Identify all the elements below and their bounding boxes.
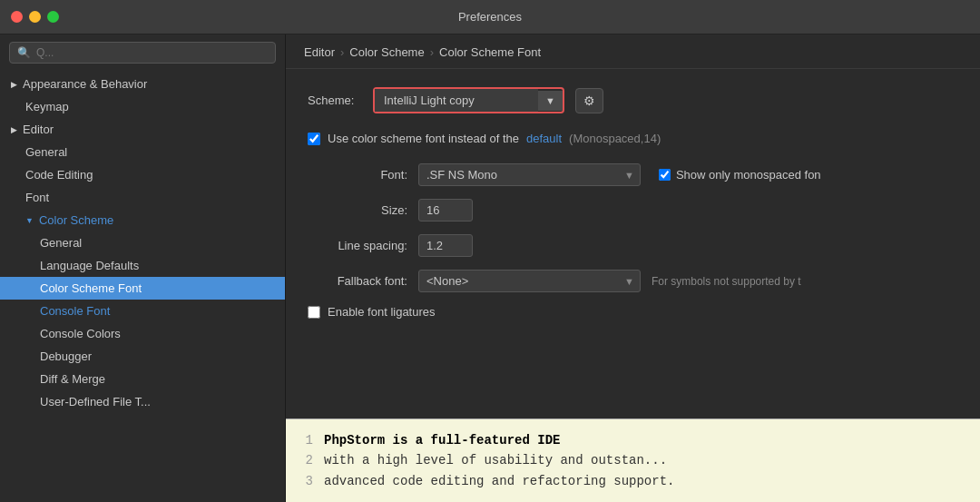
- window-title: Preferences: [458, 10, 522, 24]
- preview-line-1: 1 PhpStorm is a full-featured IDE: [300, 430, 965, 450]
- preview-code-2: with a high level of usability and outst…: [324, 450, 667, 470]
- scheme-row: Scheme: IntelliJ Light copy Default Darc…: [308, 87, 958, 113]
- sidebar-item-color-scheme[interactable]: ▼ Color Scheme: [0, 209, 285, 231]
- font-row: Font: .SF NS Mono Menlo Monaco ▼ Show on…: [308, 163, 958, 186]
- fallback-font-hint: For symbols not supported by t: [652, 275, 801, 288]
- scheme-dropdown-wrapper[interactable]: IntelliJ Light copy Default Darcula ▼: [373, 87, 564, 113]
- main-layout: 🔍 ▶ Appearance & Behavior Keymap ▶ Edito…: [0, 34, 980, 502]
- search-icon: 🔍: [17, 46, 31, 59]
- sidebar-item-label: Console Font: [40, 304, 110, 318]
- sidebar-item-keymap[interactable]: Keymap: [0, 95, 285, 118]
- sidebar-item-label: Code Editing: [25, 168, 93, 182]
- triangle-icon: ▶: [11, 125, 17, 134]
- close-button[interactable]: [11, 11, 23, 23]
- enable-ligatures-label: Enable font ligatures: [328, 305, 436, 319]
- sidebar-item-font[interactable]: Font: [0, 186, 285, 209]
- sidebar-item-language-defaults[interactable]: Language Defaults: [0, 254, 285, 277]
- font-label: Font:: [308, 168, 407, 182]
- line-number-2: 2: [300, 450, 313, 470]
- sidebar-item-appearance-behavior[interactable]: ▶ Appearance & Behavior: [0, 73, 285, 95]
- triangle-icon: ▶: [11, 80, 17, 89]
- sidebar-item-label: Diff & Merge: [40, 372, 105, 386]
- sidebar-item-label: Language Defaults: [40, 259, 139, 272]
- fallback-font-dropdown-wrapper[interactable]: <None> ▼: [418, 270, 641, 292]
- line-number-3: 3: [300, 471, 313, 491]
- scheme-label: Scheme:: [308, 94, 362, 107]
- line-spacing-label: Line spacing:: [308, 239, 407, 252]
- sidebar-item-cs-general[interactable]: General: [0, 231, 285, 254]
- breadcrumb-part-1: Editor: [304, 45, 335, 59]
- preview-code-3: advanced code editing and refactoring su…: [324, 471, 674, 491]
- content-area: Editor › Color Scheme › Color Scheme Fon…: [286, 34, 980, 502]
- sidebar-item-code-editing[interactable]: Code Editing: [0, 163, 285, 186]
- settings-panel: Scheme: IntelliJ Light copy Default Darc…: [286, 69, 980, 418]
- sidebar-item-label: Console Colors: [40, 327, 121, 340]
- sidebar-item-label: Color Scheme Font: [40, 281, 142, 295]
- use-color-scheme-font-checkbox[interactable]: [308, 133, 320, 145]
- fallback-font-row: Fallback font: <None> ▼ For symbols not …: [308, 270, 958, 292]
- font-dropdown-arrow-icon: ▼: [619, 166, 640, 184]
- sidebar-item-label: Font: [25, 191, 49, 204]
- sidebar-item-editor[interactable]: ▶ Editor: [0, 118, 285, 141]
- enable-ligatures-checkbox[interactable]: [308, 306, 320, 319]
- sidebar-item-label: General: [40, 236, 82, 250]
- minimize-button[interactable]: [29, 11, 41, 23]
- breadcrumb-sep-1: ›: [340, 45, 344, 59]
- show-monospaced-row: Show only monospaced fon: [659, 168, 821, 182]
- sidebar-item-label: Keymap: [25, 100, 69, 113]
- sidebar-item-console-font[interactable]: Console Font: [0, 300, 285, 322]
- titlebar: Preferences: [0, 0, 980, 34]
- fallback-dropdown-arrow-icon: ▼: [619, 272, 640, 290]
- breadcrumb-part-2: Color Scheme: [349, 45, 424, 59]
- maximize-button[interactable]: [47, 11, 59, 23]
- breadcrumb-sep-2: ›: [430, 45, 434, 59]
- line-spacing-row: Line spacing:: [308, 234, 958, 257]
- show-monospaced-checkbox[interactable]: [659, 169, 671, 181]
- show-monospaced-label: Show only monospaced fon: [676, 168, 821, 182]
- font-dropdown-wrapper[interactable]: .SF NS Mono Menlo Monaco ▼: [418, 163, 641, 186]
- breadcrumb-part-3: Color Scheme Font: [439, 45, 541, 59]
- breadcrumb: Editor › Color Scheme › Color Scheme Fon…: [286, 34, 980, 69]
- triangle-icon: ▼: [25, 216, 34, 225]
- search-input[interactable]: [36, 46, 268, 59]
- sidebar-item-label: Debugger: [40, 349, 92, 363]
- fallback-font-label: Fallback font:: [308, 274, 407, 288]
- preview-box: 1 PhpStorm is a full-featured IDE 2 with…: [286, 418, 980, 502]
- use-color-scheme-font-row: Use color scheme font instead of the def…: [308, 132, 958, 145]
- scheme-dropdown-arrow-icon[interactable]: ▼: [538, 91, 563, 111]
- size-row: Size:: [308, 199, 958, 221]
- sidebar-item-label: Appearance & Behavior: [23, 77, 147, 91]
- sidebar-item-label: User-Defined File T...: [40, 395, 151, 408]
- gear-icon[interactable]: ⚙: [575, 88, 603, 113]
- preview-line-3: 3 advanced code editing and refactoring …: [300, 471, 965, 491]
- sidebar: 🔍 ▶ Appearance & Behavior Keymap ▶ Edito…: [0, 34, 286, 502]
- default-link[interactable]: default: [526, 132, 562, 145]
- sidebar-item-general[interactable]: General: [0, 141, 285, 163]
- size-label: Size:: [308, 203, 407, 217]
- scheme-dropdown[interactable]: IntelliJ Light copy Default Darcula: [375, 89, 538, 112]
- checkbox-label-prefix: Use color scheme font instead of the: [328, 132, 519, 145]
- sidebar-item-user-defined[interactable]: User-Defined File T...: [0, 390, 285, 413]
- font-dropdown[interactable]: .SF NS Mono Menlo Monaco: [419, 164, 619, 185]
- preview-code-1: PhpStorm is a full-featured IDE: [324, 430, 560, 450]
- sidebar-item-console-colors[interactable]: Console Colors: [0, 322, 285, 345]
- line-number-1: 1: [300, 430, 313, 450]
- size-input[interactable]: [418, 199, 473, 221]
- sidebar-item-label: Color Scheme: [39, 213, 113, 227]
- sidebar-item-label: Editor: [23, 123, 54, 136]
- window-controls: [11, 11, 59, 23]
- fallback-font-dropdown[interactable]: <None>: [419, 271, 619, 291]
- sidebar-item-color-scheme-font[interactable]: Color Scheme Font: [0, 277, 285, 300]
- sidebar-item-label: General: [25, 145, 67, 159]
- sidebar-item-debugger[interactable]: Debugger: [0, 345, 285, 368]
- line-spacing-input[interactable]: [418, 234, 473, 257]
- enable-ligatures-row: Enable font ligatures: [308, 305, 958, 319]
- checkbox-suffix: (Monospaced,14): [569, 132, 661, 145]
- preview-line-2: 2 with a high level of usability and out…: [300, 450, 965, 470]
- sidebar-search-box[interactable]: 🔍: [9, 42, 276, 64]
- sidebar-item-diff-merge[interactable]: Diff & Merge: [0, 368, 285, 390]
